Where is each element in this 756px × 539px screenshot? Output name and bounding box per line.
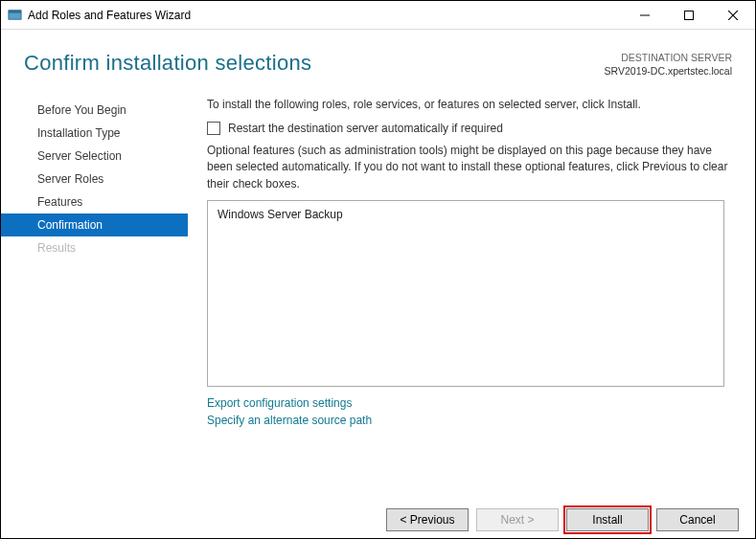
sidebar-item-server-selection[interactable]: Server Selection [1, 145, 188, 168]
svg-rect-3 [685, 11, 694, 19]
selected-features-box: Windows Server Backup [207, 200, 724, 387]
destination-heading: DESTINATION SERVER [605, 51, 732, 64]
next-button: Next > [476, 508, 559, 531]
maximize-button[interactable] [667, 1, 711, 30]
sidebar-item-installation-type[interactable]: Installation Type [1, 122, 188, 145]
sidebar-item-confirmation[interactable]: Confirmation [1, 213, 188, 236]
wizard-sidebar: Before You Begin Installation Type Serve… [1, 89, 188, 429]
window-buttons [623, 1, 755, 30]
restart-label: Restart the destination server automatic… [228, 122, 503, 135]
titlebar: Add Roles and Features Wizard [1, 1, 755, 30]
content-area: Before You Begin Installation Type Serve… [1, 83, 755, 429]
sidebar-item-before-you-begin[interactable]: Before You Begin [1, 99, 188, 122]
cancel-button[interactable]: Cancel [656, 508, 739, 531]
install-button[interactable]: Install [566, 508, 649, 531]
sidebar-item-server-roles[interactable]: Server Roles [1, 168, 188, 191]
main-panel: To install the following roles, role ser… [188, 89, 755, 429]
restart-row: Restart the destination server automatic… [207, 122, 730, 135]
selected-feature-item: Windows Server Backup [218, 208, 714, 221]
destination-server-box: DESTINATION SERVER SRV2019-DC.xpertstec.… [605, 51, 732, 78]
page-title: Confirm installation selections [24, 51, 311, 76]
export-config-link[interactable]: Export configuration settings [207, 394, 730, 412]
footer-buttons: < Previous Next > Install Cancel [386, 508, 739, 531]
window-title: Add Roles and Features Wizard [28, 9, 191, 22]
sidebar-item-results: Results [1, 236, 188, 259]
optional-note: Optional features (such as administratio… [207, 143, 730, 192]
close-button[interactable] [711, 1, 755, 30]
links-area: Export configuration settings Specify an… [207, 394, 730, 429]
previous-button[interactable]: < Previous [386, 508, 469, 531]
svg-rect-1 [8, 11, 20, 13]
app-icon [7, 8, 22, 23]
alt-source-link[interactable]: Specify an alternate source path [207, 412, 730, 429]
destination-name: SRV2019-DC.xpertstec.local [605, 64, 732, 78]
restart-checkbox[interactable] [207, 122, 220, 135]
intro-text: To install the following roles, role ser… [207, 97, 730, 113]
sidebar-item-features[interactable]: Features [1, 191, 188, 213]
minimize-button[interactable] [623, 1, 667, 30]
header: Confirm installation selections DESTINAT… [1, 30, 755, 83]
